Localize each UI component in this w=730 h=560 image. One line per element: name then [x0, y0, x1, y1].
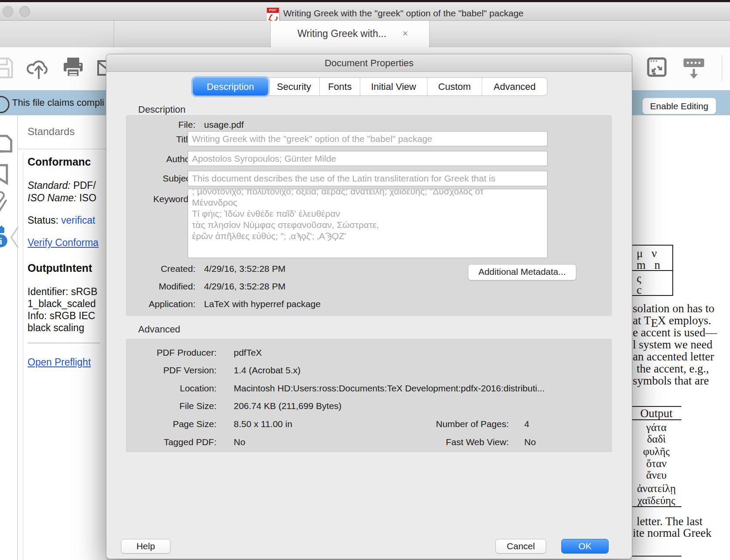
pdf-producer-value: pdfTeX [234, 348, 262, 358]
tab-description[interactable]: Description [193, 78, 268, 95]
file-label: File: [127, 120, 195, 130]
fast-web-view-value: No [524, 437, 536, 447]
tab-security[interactable]: Security [268, 78, 320, 95]
tab-initial-view[interactable]: Initial View [360, 78, 427, 95]
tab-fonts[interactable]: Fonts [319, 78, 360, 95]
verify-conformance-link[interactable]: Verify Conforma [28, 237, 99, 249]
page-size-label: Page Size: [127, 419, 217, 429]
pdf-text-line: an accented letter [633, 350, 714, 363]
tab-separator [114, 21, 114, 47]
tagged-pdf-label: Tagged PDF: [127, 437, 217, 447]
created-label: Created: [127, 264, 195, 274]
tab-advanced[interactable]: Advanced [482, 78, 547, 95]
hide-toolbar-icon[interactable] [683, 58, 705, 80]
window-titlebar: PDF Writing Greek with the "greek" optio… [0, 2, 730, 21]
author-label: Author: [127, 154, 195, 164]
envelope-icon[interactable] [96, 58, 107, 77]
divider [18, 149, 106, 149]
identifier-line2: 1_black_scaled [28, 298, 96, 310]
pdf-text-line: l system we need [633, 338, 712, 351]
table-rule [631, 419, 681, 420]
iso-name-value: ISO [77, 192, 96, 203]
advanced-section-label: Advanced [138, 324, 180, 335]
modified-label: Modified: [127, 281, 195, 292]
stamp-tool-icon[interactable] [0, 134, 13, 153]
status-label: Status: [28, 215, 61, 226]
open-preflight-link[interactable]: Open Preflight [28, 357, 91, 368]
additional-metadata-button[interactable]: Additional Metadata... [468, 264, 576, 280]
standards-title: Standards [28, 126, 74, 138]
number-of-pages-label: Number of Pages: [385, 419, 509, 429]
file-value: usage.pdf [204, 120, 244, 130]
identifier-line: Identifier: sRGB [28, 286, 97, 298]
pdf-page: μ ν m n ς c solation on has to at TEX em… [631, 115, 730, 560]
tab-custom[interactable]: Custom [427, 78, 482, 95]
save-icon[interactable] [0, 57, 14, 79]
compliance-icon [0, 96, 9, 113]
window-close-button[interactable] [3, 6, 13, 17]
close-tab-icon[interactable]: × [402, 28, 408, 39]
notification-message: This file claims compli [12, 97, 104, 108]
file-size-label: File Size: [127, 401, 217, 411]
enable-editing-button[interactable]: Enable Editing [642, 98, 716, 114]
window-minimize-button[interactable] [19, 6, 30, 17]
window-title: Writing Greek with the "greek" option of… [283, 8, 523, 18]
table-row: δαδὶ [631, 433, 681, 445]
pdf-producer-label: PDF Producer: [127, 348, 217, 358]
location-value: Macintosh HD:Users:ross:Documents:TeX De… [234, 383, 544, 394]
dialog-titlebar[interactable]: Document Properties [106, 54, 632, 72]
cloud-upload-icon[interactable] [27, 56, 51, 80]
paperclip-tool-icon[interactable] [0, 191, 9, 213]
tagged-pdf-value: No [234, 437, 245, 447]
table-cell: μ [637, 247, 643, 260]
ok-button[interactable]: OK [561, 539, 609, 554]
panel-inner-border [23, 153, 23, 560]
table-rule [631, 506, 681, 507]
cancel-button[interactable]: Cancel [495, 539, 546, 554]
number-of-pages-value: 4 [524, 419, 529, 429]
info-line2: black scaling [28, 322, 84, 334]
subject-input[interactable]: This document describes the use of the L… [188, 171, 548, 186]
standard-value: PDF/ [71, 180, 96, 191]
help-button[interactable]: Help [121, 539, 170, 554]
pdf-text-line: symbols that are [633, 374, 709, 388]
advanced-panel: PDF Producer: pdfTeX PDF Version: 1.4 (A… [126, 339, 612, 452]
pdf-text-line: solation on has to [633, 302, 715, 315]
fit-window-icon[interactable] [647, 57, 667, 77]
standard-label: Standard: [28, 180, 71, 191]
tab-active-document[interactable]: Writing Greek with... × [270, 21, 430, 48]
table-row: ἄνευ [631, 469, 681, 481]
description-section-label: Description [138, 104, 186, 115]
subject-label: Subject: [127, 173, 195, 184]
title-label: Title: [127, 134, 195, 145]
page-size-value: 8.50 x 11.00 in [234, 419, 292, 429]
dialog-title: Document Properties [106, 58, 632, 69]
print-icon[interactable] [63, 57, 84, 78]
file-size-value: 206.74 KB (211,699 Bytes) [234, 401, 342, 411]
bookmark-tool-icon[interactable] [0, 163, 9, 185]
info-line: Info: sRGB IEC [28, 310, 95, 322]
pdf-version-label: PDF Version: [127, 365, 217, 375]
pdf-version-value: 1.4 (Acrobat 5.x) [234, 365, 300, 375]
pdf-text-line: the accent, e.g., [637, 362, 709, 375]
toolbar-divider [722, 55, 722, 81]
divider [28, 343, 100, 343]
modified-value: 4/29/16, 3:52:28 PM [204, 281, 285, 292]
table-cell: ν [652, 247, 657, 260]
title-input[interactable]: Writing Greek with the "greek" option of… [188, 131, 548, 146]
conformance-heading: Conformanc [28, 156, 91, 168]
pdf-file-icon: PDF [266, 7, 279, 22]
active-tab-label: Writing Greek with... [297, 28, 387, 40]
keywords-input[interactable]: ; μονοτονιχο; πολυτονιχο; οξεια; αερας; … [188, 189, 548, 258]
icon-strip-divider [17, 115, 18, 560]
table-border [631, 245, 672, 246]
application-label: Application: [127, 299, 195, 309]
created-value: 4/29/16, 3:52:28 PM [204, 264, 285, 274]
pdf-badge: PDF [267, 8, 279, 13]
author-input[interactable]: Apostolos Syropoulos; Günter Milde [188, 151, 548, 166]
document-properties-dialog: Document Properties Description Security… [106, 54, 632, 559]
pdf-text-line: ite normal Greek [633, 526, 711, 540]
pdf-text-line: at TEX employs. [633, 314, 711, 327]
table-rule [631, 556, 681, 557]
location-label: Location: [127, 383, 217, 394]
